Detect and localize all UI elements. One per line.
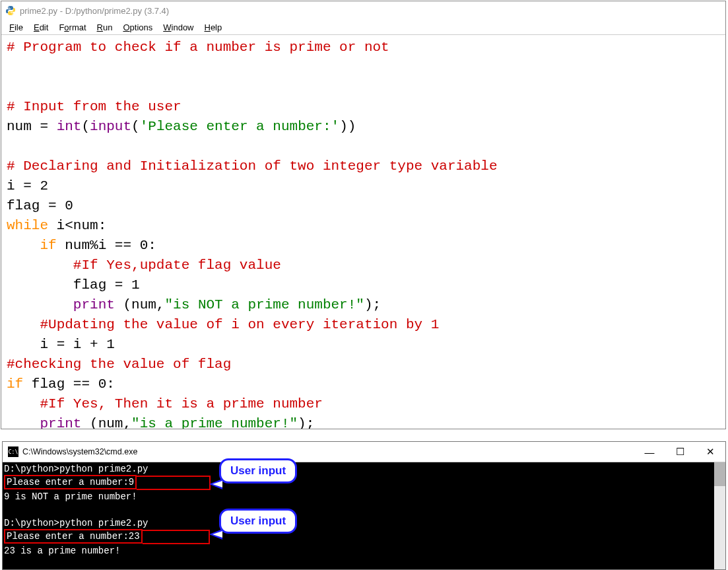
code-text: ); — [298, 416, 314, 429]
menu-file[interactable]: File — [4, 21, 28, 34]
scrollbar-thumb[interactable] — [714, 462, 725, 486]
svg-point-0 — [9, 7, 10, 8]
code-builtin: print — [73, 297, 115, 312]
menu-edit[interactable]: Edit — [28, 21, 53, 34]
cmd-prompt: D:\python> — [4, 518, 59, 528]
code-comment: #If Yes,update flag value — [73, 258, 281, 273]
cmd-line: D:\python>python prime2.py — [4, 517, 725, 530]
code-text: i = 2 — [7, 178, 48, 194]
callout-user-input-1: User input — [219, 458, 297, 483]
maximize-button[interactable]: ☐ — [665, 442, 695, 462]
close-button[interactable]: ✕ — [695, 442, 725, 462]
svg-point-1 — [12, 13, 13, 15]
code-comment: # Input from the user — [7, 99, 182, 114]
cmd-icon: C:\ — [8, 446, 18, 457]
menu-help[interactable]: Help — [199, 21, 228, 34]
code-keyword: if — [7, 376, 23, 392]
code-text: num — [7, 119, 40, 134]
menu-options[interactable]: Options — [117, 21, 158, 34]
code-text: ( — [131, 119, 140, 134]
cmd-titlebar[interactable]: C:\ C:\Windows\system32\cmd.exe — ☐ ✕ — [3, 442, 725, 462]
code-text: (num, — [115, 297, 165, 312]
code-text: i = i + 1 — [40, 337, 114, 352]
callout-label: User input — [230, 515, 286, 527]
code-text: ( — [81, 119, 90, 134]
code-text — [7, 297, 73, 312]
code-text — [48, 119, 57, 134]
callout-label: User input — [230, 464, 286, 477]
code-text: flag == 0: — [23, 376, 115, 392]
code-text — [7, 396, 40, 411]
code-comment: #checking the value of flag — [7, 357, 231, 372]
idle-window: prime2.py - D:/python/prime2.py (3.7.4) … — [1, 1, 726, 429]
code-text: flag = 1 — [73, 277, 140, 293]
code-editor[interactable]: # Program to check if a number is prime … — [1, 35, 725, 429]
menu-run[interactable]: Run — [92, 21, 118, 34]
code-text — [7, 416, 40, 429]
python-icon — [5, 5, 16, 16]
code-text: num%i == 0: — [57, 238, 156, 253]
cmd-prompt: D:\python> — [4, 464, 59, 474]
code-text: i<num: — [48, 218, 106, 233]
code-text — [7, 238, 40, 253]
code-keyword: while — [7, 218, 48, 233]
code-text: )) — [339, 119, 356, 134]
highlight-trail — [143, 530, 210, 544]
cmd-line: 9 is NOT a prime number! — [4, 490, 725, 503]
code-comment: # Declaring and Initialization of two in… — [7, 159, 498, 174]
code-string: 'Please enter a number:' — [140, 119, 339, 134]
idle-titlebar[interactable]: prime2.py - D:/python/prime2.py (3.7.4) — [1, 1, 725, 20]
code-text: ); — [364, 297, 381, 312]
scrollbar-vertical[interactable] — [714, 462, 725, 569]
cmd-title-text: C:\Windows\system32\cmd.exe — [22, 447, 137, 456]
code-text — [7, 317, 40, 332]
cmd-window: C:\ C:\Windows\system32\cmd.exe — ☐ ✕ D:… — [2, 441, 726, 570]
code-text — [7, 277, 73, 293]
code-text: flag = 0 — [7, 198, 73, 213]
callout-user-input-2: User input — [219, 509, 297, 534]
code-builtin: input — [90, 119, 131, 134]
cmd-line: D:\python>python prime2.py — [4, 462, 725, 476]
highlight-box: Please enter a number:23 — [4, 529, 143, 544]
code-comment: #If Yes, Then it is a prime number — [40, 396, 322, 411]
idle-title-text: prime2.py - D:/python/prime2.py (3.7.4) — [20, 6, 169, 16]
cmd-line: Please enter a number:9 — [4, 476, 725, 490]
cmd-line: 23 is a prime number! — [4, 544, 725, 557]
code-builtin: int — [57, 119, 82, 134]
cmd-command: python prime2.py — [59, 464, 148, 474]
menu-format[interactable]: Format — [53, 21, 91, 34]
cmd-line — [4, 503, 725, 517]
highlight-box: Please enter a number:9 — [4, 475, 137, 489]
window-controls: — ☐ ✕ — [634, 442, 725, 462]
idle-menubar: File Edit Format Run Options Window Help — [1, 20, 725, 35]
code-comment: #Updating the value of i on every iterat… — [40, 317, 439, 332]
cmd-command: python prime2.py — [59, 518, 148, 528]
code-text: (num, — [81, 416, 131, 429]
code-text — [7, 258, 73, 273]
code-op: = — [40, 119, 48, 134]
code-keyword: if — [40, 238, 56, 253]
code-text — [7, 337, 40, 352]
code-string: "is a prime number!" — [131, 416, 298, 429]
cmd-line: Please enter a number:23 — [4, 530, 725, 544]
menu-window[interactable]: Window — [158, 21, 199, 34]
minimize-button[interactable]: — — [634, 442, 665, 462]
cmd-terminal[interactable]: D:\python>python prime2.py Please enter … — [3, 462, 725, 569]
code-builtin: print — [40, 416, 81, 429]
code-comment: # Program to check if a number is prime … — [7, 40, 389, 55]
highlight-trail — [137, 476, 211, 490]
code-string: "is NOT a prime number!" — [164, 297, 364, 312]
